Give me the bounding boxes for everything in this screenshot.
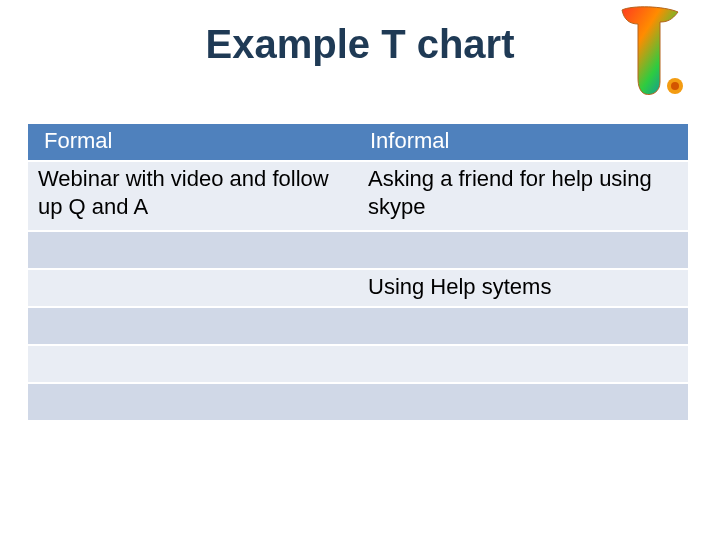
cell-informal — [358, 231, 688, 269]
table-row — [28, 383, 688, 420]
cell-formal — [28, 269, 358, 307]
cell-informal — [358, 345, 688, 383]
cell-formal — [28, 307, 358, 345]
header-formal: Formal — [28, 124, 358, 161]
svg-point-1 — [671, 82, 679, 90]
header-informal: Informal — [358, 124, 688, 161]
cell-formal — [28, 383, 358, 420]
table-row — [28, 231, 688, 269]
letter-t-icon — [612, 0, 684, 100]
cell-formal — [28, 231, 358, 269]
cell-informal — [358, 307, 688, 345]
table-row: Using Help sytems — [28, 269, 688, 307]
cell-informal: Using Help sytems — [358, 269, 688, 307]
cell-informal: Asking a friend for help using skype — [358, 161, 688, 231]
cell-formal — [28, 345, 358, 383]
t-chart-table: Formal Informal Webinar with video and f… — [28, 124, 688, 420]
table-row — [28, 307, 688, 345]
table-row: Webinar with video and follow up Q and A… — [28, 161, 688, 231]
cell-formal: Webinar with video and follow up Q and A — [28, 161, 358, 231]
table-row — [28, 345, 688, 383]
cell-informal — [358, 383, 688, 420]
table-header-row: Formal Informal — [28, 124, 688, 161]
slide: Example T chart Formal Informal — [0, 0, 720, 540]
